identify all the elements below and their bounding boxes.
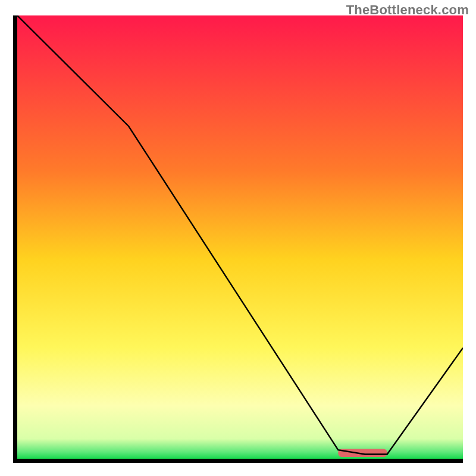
plot-area [17, 15, 463, 459]
optimal-band-marker [338, 449, 387, 457]
chart-stage: TheBottleneck.com [0, 0, 476, 476]
